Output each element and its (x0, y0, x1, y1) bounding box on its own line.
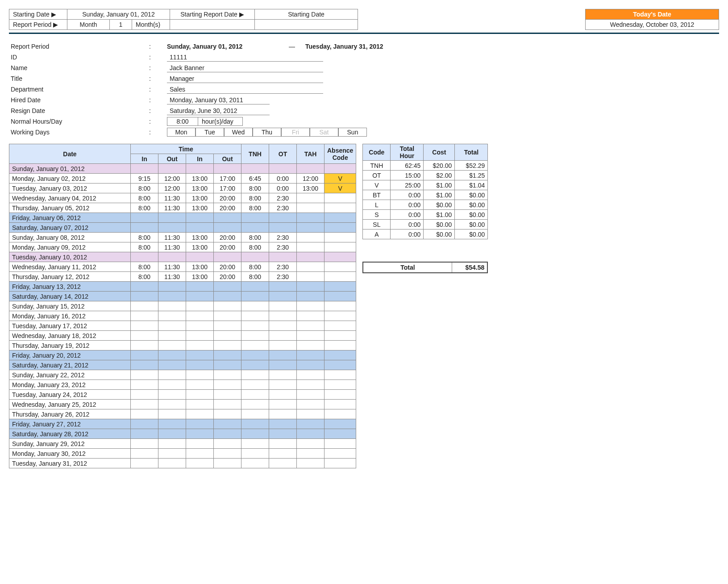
cell-time[interactable] (297, 380, 324, 390)
cell-time[interactable]: 13:00 (186, 262, 214, 272)
cell-time[interactable] (241, 380, 269, 390)
cell-time[interactable] (186, 292, 214, 301)
cell-time[interactable] (131, 311, 158, 321)
cell-time[interactable]: 20:00 (214, 242, 241, 252)
cell-time[interactable] (186, 252, 214, 262)
timesheet-row[interactable]: Wednesday, January 11, 20128:0011:3013:0… (9, 262, 356, 272)
cell-time[interactable]: 11:30 (158, 272, 186, 282)
timesheet-row[interactable]: Saturday, January 21, 2012 (9, 360, 356, 370)
cell-absence[interactable]: V (324, 184, 356, 193)
cell-time[interactable] (131, 213, 158, 223)
cell-time[interactable] (214, 292, 241, 301)
cell-time[interactable] (214, 419, 241, 429)
cell-absence[interactable] (324, 400, 356, 409)
cell-time[interactable] (131, 223, 158, 233)
timesheet-row[interactable]: Friday, January 06, 2012 (9, 213, 356, 223)
cell-time[interactable]: 20:00 (214, 193, 241, 203)
cell-time[interactable]: 13:00 (186, 203, 214, 213)
cell-time[interactable] (131, 370, 158, 380)
cell-time[interactable] (297, 321, 324, 331)
cell-time[interactable] (297, 242, 324, 252)
cell-time[interactable]: 13:00 (186, 174, 214, 184)
cell-time[interactable]: 11:30 (158, 193, 186, 203)
cell-time[interactable] (158, 409, 186, 419)
timesheet-row[interactable]: Monday, January 02, 20129:1512:0013:0017… (9, 174, 356, 184)
cell-time[interactable] (131, 252, 158, 262)
cell-time[interactable]: 11:30 (158, 203, 186, 213)
timesheet-row[interactable]: Sunday, January 01, 2012 (9, 164, 356, 174)
cell-time[interactable] (214, 164, 241, 174)
cell-time[interactable] (297, 262, 324, 272)
cell-absence[interactable] (324, 380, 356, 390)
cell-time[interactable] (214, 311, 241, 321)
cell-absence[interactable] (324, 203, 356, 213)
cell-time[interactable] (186, 331, 214, 341)
cell-time[interactable]: 8:00 (131, 203, 158, 213)
cell-time[interactable] (186, 164, 214, 174)
cell-time[interactable]: 8:00 (241, 272, 269, 282)
cell-time[interactable] (131, 350, 158, 360)
cell-time[interactable] (214, 213, 241, 223)
cell-time[interactable]: 8:00 (241, 262, 269, 272)
cell-time[interactable] (241, 449, 269, 459)
id-value[interactable]: 11111 (167, 53, 323, 62)
cell-time[interactable] (297, 282, 324, 292)
cell-time[interactable]: 11:30 (158, 233, 186, 242)
cell-time[interactable] (186, 350, 214, 360)
cell-time[interactable]: 13:00 (186, 193, 214, 203)
cell-time[interactable] (297, 193, 324, 203)
cell-time[interactable]: 2:30 (269, 272, 297, 282)
cell-time[interactable]: 2:30 (269, 193, 297, 203)
cell-time[interactable] (297, 439, 324, 449)
cell-absence[interactable] (324, 409, 356, 419)
cell-time[interactable] (131, 164, 158, 174)
cell-time[interactable]: 17:00 (214, 174, 241, 184)
resign-value[interactable]: Saturday, June 30, 2012 (167, 107, 270, 115)
timesheet-row[interactable]: Thursday, January 12, 20128:0011:3013:00… (9, 272, 356, 282)
timesheet-row[interactable]: Sunday, January 15, 2012 (9, 301, 356, 311)
cell-absence[interactable] (324, 223, 356, 233)
cell-time[interactable] (241, 223, 269, 233)
cell-absence[interactable] (324, 301, 356, 311)
cell-time[interactable] (158, 459, 186, 468)
cell-time[interactable] (269, 321, 297, 331)
cell-time[interactable] (158, 311, 186, 321)
cell-time[interactable]: 0:00 (269, 174, 297, 184)
cell-time[interactable] (214, 439, 241, 449)
cell-time[interactable] (241, 370, 269, 380)
cell-absence[interactable]: V (324, 174, 356, 184)
cell-time[interactable] (297, 429, 324, 439)
cell-time[interactable] (297, 409, 324, 419)
cell-absence[interactable] (324, 360, 356, 370)
timesheet-row[interactable]: Thursday, January 26, 2012 (9, 409, 356, 419)
cell-time[interactable] (186, 409, 214, 419)
cell-time[interactable] (158, 419, 186, 429)
cell-time[interactable] (214, 459, 241, 468)
timesheet-row[interactable]: Thursday, January 05, 20128:0011:3013:00… (9, 203, 356, 213)
dept-value[interactable]: Sales (167, 85, 323, 94)
cell-time[interactable] (241, 409, 269, 419)
cell-time[interactable]: 11:30 (158, 242, 186, 252)
cell-time[interactable] (158, 390, 186, 400)
cell-time[interactable] (241, 301, 269, 311)
cell-time[interactable] (297, 449, 324, 459)
timesheet-row[interactable]: Sunday, January 08, 20128:0011:3013:0020… (9, 233, 356, 242)
cell-time[interactable] (214, 360, 241, 370)
cell-time[interactable] (297, 459, 324, 468)
cell-time[interactable]: 8:00 (131, 233, 158, 242)
cell-time[interactable] (241, 459, 269, 468)
cell-time[interactable]: 2:30 (269, 233, 297, 242)
cell-time[interactable] (269, 301, 297, 311)
cell-time[interactable]: 20:00 (214, 233, 241, 242)
cell-time[interactable] (269, 380, 297, 390)
cell-time[interactable] (131, 282, 158, 292)
cell-time[interactable] (158, 292, 186, 301)
cell-time[interactable] (186, 370, 214, 380)
cell-time[interactable] (131, 341, 158, 350)
cell-time[interactable] (269, 213, 297, 223)
cell-time[interactable]: 8:00 (241, 193, 269, 203)
timesheet-row[interactable]: Wednesday, January 04, 20128:0011:3013:0… (9, 193, 356, 203)
cell-time[interactable]: 9:15 (131, 174, 158, 184)
day-sun[interactable]: Sun (338, 128, 367, 137)
cell-time[interactable] (269, 459, 297, 468)
